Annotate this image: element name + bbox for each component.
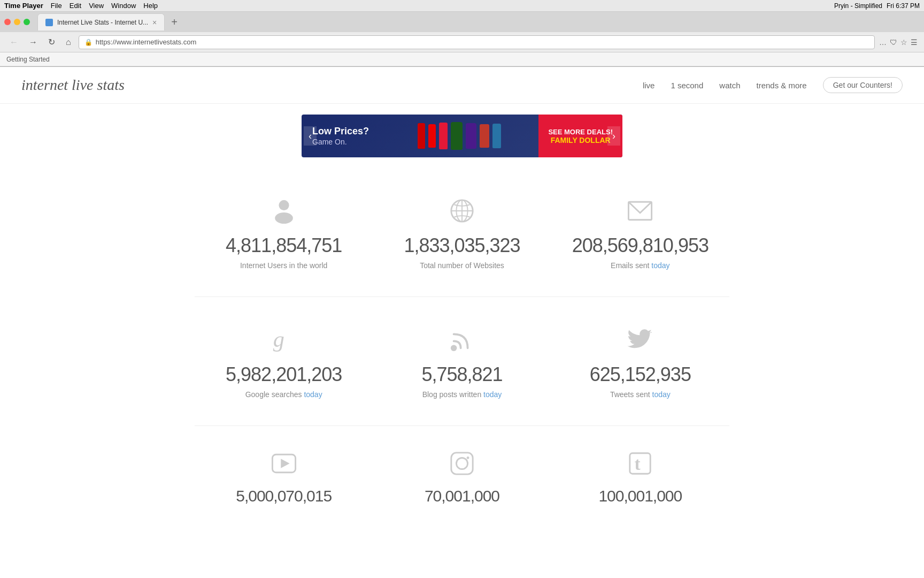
- globe-icon: [446, 195, 478, 227]
- instagram-icon: [446, 447, 478, 480]
- svg-point-12: [456, 458, 467, 469]
- ad-banner: ‹ Low Prices? Game On. SEE MORE DEALS! F…: [302, 115, 622, 157]
- stat-instagram: 70,001,000: [373, 437, 551, 520]
- menu-help[interactable]: Help: [143, 2, 158, 10]
- bookmarks-bar: Getting Started: [0, 52, 924, 66]
- email-icon: [624, 195, 656, 227]
- websites-count: 1,833,035,323: [404, 234, 520, 257]
- ad-cta: SEE MORE DEALS!: [548, 128, 613, 136]
- ad-brand: FAMILY DOLLAR: [551, 136, 611, 144]
- svg-point-1: [275, 212, 293, 224]
- page-content: internet live stats live 1 second watch …: [0, 67, 924, 549]
- nav-trends[interactable]: trends & more: [757, 81, 807, 90]
- stat-tweets: 625,152,935 Tweets sent today: [551, 313, 729, 409]
- stats-grid-row2: g 5,982,201,203 Google searches today 5,…: [195, 297, 729, 425]
- internet-users-count: 4,811,854,751: [226, 234, 342, 257]
- internet-users-label: Internet Users in the world: [240, 261, 327, 270]
- ad-prev-button[interactable]: ‹: [304, 126, 317, 146]
- stat-websites: 1,833,035,323 Total number of Websites: [373, 184, 551, 280]
- menu-file[interactable]: File: [51, 2, 62, 10]
- url-display: https://www.internetlivestats.com: [96, 38, 869, 46]
- reload-button[interactable]: ↻: [45, 35, 58, 49]
- blog-posts-label: Blog posts written today: [422, 390, 502, 399]
- menubar-time: Fri 6:37 PM: [887, 2, 920, 10]
- tweets-label: Tweets sent today: [610, 390, 671, 399]
- product-bag-1: [451, 122, 463, 150]
- tweets-count: 625,152,935: [590, 363, 691, 386]
- blog-posts-count: 5,758,821: [421, 363, 502, 386]
- site-nav: live 1 second watch trends & more Get ou…: [643, 77, 903, 93]
- product-bag-2: [466, 123, 476, 149]
- app-name: Time Player: [4, 2, 43, 10]
- stat-google-searches: g 5,982,201,203 Google searches today: [195, 313, 373, 409]
- ad-next-button[interactable]: ›: [607, 126, 620, 146]
- menu-window[interactable]: Window: [111, 2, 136, 10]
- google-searches-label: Google searches today: [245, 390, 322, 399]
- svg-text:g: g: [273, 327, 284, 352]
- window-maximize-button[interactable]: [24, 19, 30, 25]
- tumblr-icon: t: [624, 447, 656, 480]
- google-searches-count: 5,982,201,203: [226, 363, 342, 386]
- nav-live[interactable]: live: [643, 81, 655, 90]
- emails-label: Emails sent today: [611, 261, 670, 270]
- get-counters-button[interactable]: Get our Counters!: [823, 77, 903, 93]
- websites-label: Total number of Websites: [420, 261, 504, 270]
- blog-today-link[interactable]: today: [483, 390, 502, 399]
- svg-point-0: [279, 200, 289, 210]
- nav-one-second[interactable]: 1 second: [671, 81, 703, 90]
- emails-count: 208,569,810,953: [572, 234, 709, 257]
- product-bottle-1: [418, 123, 425, 149]
- history-sidebar-button[interactable]: ☰: [911, 38, 918, 47]
- tab-title: Internet Live Stats - Internet U...: [57, 19, 148, 26]
- address-bar[interactable]: 🔒 https://www.internetlivestats.com: [79, 35, 875, 49]
- product-bottle-5: [492, 124, 501, 148]
- window-minimize-button[interactable]: [14, 19, 20, 25]
- bookmark-item-getting-started[interactable]: Getting Started: [6, 56, 50, 63]
- stat-tumblr: t 100,001,000: [551, 437, 729, 520]
- rss-icon: [446, 324, 478, 356]
- ad-products: [380, 119, 538, 153]
- home-button[interactable]: ⌂: [63, 35, 74, 49]
- window-close-button[interactable]: [4, 19, 11, 25]
- menu-view[interactable]: View: [89, 2, 104, 10]
- product-bottle-2: [428, 124, 436, 148]
- person-icon: [268, 195, 300, 227]
- ad-title: Low Prices?: [312, 126, 369, 138]
- new-tab-button[interactable]: +: [167, 14, 182, 31]
- tumblr-count: 100,001,000: [598, 487, 682, 505]
- tab-close-button[interactable]: ×: [152, 18, 157, 27]
- stat-internet-users: 4,811,854,751 Internet Users in the worl…: [195, 184, 373, 280]
- menubar: Time Player File Edit View Window Help P…: [0, 0, 924, 12]
- window-controls: [4, 19, 30, 25]
- back-button[interactable]: ←: [6, 35, 21, 49]
- menu-edit[interactable]: Edit: [70, 2, 81, 10]
- instagram-count: 70,001,000: [425, 487, 499, 505]
- google-icon: g: [268, 324, 300, 356]
- tab-favicon: [45, 19, 53, 26]
- google-today-link[interactable]: today: [304, 390, 322, 399]
- site-logo: internet live stats: [21, 77, 125, 94]
- nav-watch[interactable]: watch: [719, 81, 740, 90]
- svg-point-13: [467, 457, 469, 459]
- security-lock-icon: 🔒: [84, 39, 93, 46]
- menubar-left: Time Player File Edit View Window Help: [4, 2, 158, 10]
- twitter-icon: [624, 324, 656, 356]
- svg-text:t: t: [635, 454, 641, 474]
- stat-youtube: 5,000,070,015: [195, 437, 373, 520]
- tab-bar: Internet Live Stats - Internet U... × +: [0, 12, 924, 32]
- emails-today-link[interactable]: today: [651, 261, 669, 270]
- svg-point-8: [451, 345, 457, 352]
- browser-tab-active[interactable]: Internet Live Stats - Internet U... ×: [37, 13, 165, 31]
- bookmark-button[interactable]: ☆: [900, 38, 907, 47]
- svg-marker-10: [281, 459, 289, 468]
- stat-emails: 208,569,810,953 Emails sent today: [551, 184, 729, 280]
- menubar-user: Pryin - Simplified: [834, 2, 882, 10]
- nav-bar: ← → ↻ ⌂ 🔒 https://www.internetlivestats.…: [0, 32, 924, 52]
- tweets-today-link[interactable]: today: [652, 390, 671, 399]
- shield-icon[interactable]: 🛡: [890, 38, 897, 47]
- svg-rect-11: [451, 453, 473, 474]
- product-bottle-3: [439, 123, 448, 149]
- forward-button[interactable]: →: [26, 35, 41, 49]
- youtube-icon: [268, 447, 300, 480]
- more-options-button[interactable]: …: [879, 38, 887, 47]
